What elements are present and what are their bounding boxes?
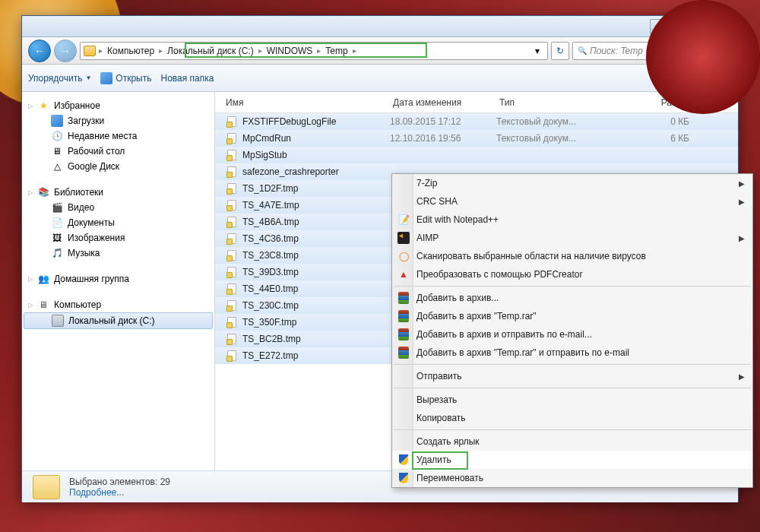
selection-count: Выбрано элементов: 29 (69, 477, 170, 487)
window-controls: ─ ☐ X (650, 19, 735, 34)
file-name: safezone_crashreporter (242, 166, 390, 177)
menu-separator (394, 429, 751, 430)
drive-icon (52, 315, 64, 327)
sidebar-item-recent[interactable]: 🕓Недавние места (22, 128, 214, 144)
minimize-button[interactable]: ─ (650, 19, 677, 34)
organize-button[interactable]: Упорядочить▼ (28, 73, 91, 84)
menu-item[interactable]: Добавить в архив "Temp.rar" и отправить … (392, 344, 752, 362)
menu-item[interactable]: Добавить в архив "Temp.rar" (392, 307, 752, 325)
menu-label: Удалить (416, 454, 451, 465)
sidebar-item-drive-c[interactable]: Локальный диск (C:) (24, 312, 213, 329)
folder-icon (84, 46, 96, 56)
column-size[interactable]: Размер (613, 97, 705, 108)
menu-label: Сканировать выбранные области на наличие… (416, 251, 646, 261)
breadcrumb[interactable]: ▸ Компьютер ▸ Локальный диск (C:) ▸ WIND… (80, 42, 548, 60)
menu-label: Вырезать (416, 394, 457, 405)
preview-pane-button[interactable] (697, 72, 712, 84)
column-date[interactable]: Дата изменения (393, 97, 499, 108)
menu-item[interactable]: Добавить в архив... (392, 289, 752, 307)
menu-item[interactable]: Добавить в архив и отправить по e-mail..… (392, 325, 752, 344)
libraries-header[interactable]: 📚Библиотеки (22, 185, 214, 200)
view-options-button[interactable] (676, 72, 691, 84)
menu-item[interactable]: CRC SHA▶ (392, 192, 752, 211)
file-row[interactable]: MpCmdRun 12.10.2016 19:56 Текстовый доку… (215, 130, 738, 147)
sidebar-item-documents[interactable]: 📄Документы (22, 215, 214, 230)
file-icon (226, 316, 238, 328)
file-icon (226, 249, 238, 261)
file-icon (226, 233, 238, 245)
sidebar-item-images[interactable]: 🖼Изображения (22, 230, 214, 245)
recent-icon: 🕓 (51, 130, 63, 142)
avast-icon: ◯ (397, 249, 410, 263)
file-row[interactable]: FXSTIFFDebugLogFile 18.09.2015 17:12 Тек… (215, 113, 738, 130)
column-name[interactable]: Имя (226, 97, 393, 108)
file-name: TS_E272.tmp (242, 350, 390, 361)
close-button[interactable]: X (708, 19, 735, 34)
file-icon (226, 299, 238, 312)
menu-label: CRC SHA (416, 196, 458, 207)
breadcrumb-dropdown[interactable]: ▾ (530, 46, 544, 56)
details-link[interactable]: Подробнее... (69, 487, 170, 498)
new-folder-button[interactable]: Новая папка (160, 73, 214, 84)
menu-item[interactable]: 📝Edit with Notepad++ (392, 211, 752, 229)
sidebar-item-desktop[interactable]: 🖥Рабочий стол (22, 144, 214, 159)
menu-label: Копировать (416, 413, 466, 423)
breadcrumb-item[interactable]: Temp (321, 46, 352, 56)
help-button[interactable]: ? (718, 71, 732, 85)
menu-label: Добавить в архив... (416, 293, 499, 303)
address-bar: ← → ▸ Компьютер ▸ Локальный диск (C:) ▸ … (22, 37, 738, 65)
file-date: 12.10.2016 19:56 (390, 133, 496, 144)
column-type[interactable]: Тип (499, 97, 613, 108)
file-icon (226, 216, 238, 228)
menu-item[interactable]: ◯Сканировать выбранные области на наличи… (392, 247, 752, 265)
refresh-button[interactable]: ↻ (551, 42, 569, 60)
computer-group: 🖥Компьютер Локальный диск (C:) (22, 297, 214, 329)
sidebar-item-gdrive[interactable]: △Google Диск (22, 159, 214, 174)
open-button[interactable]: Открыть (100, 72, 151, 84)
file-name: TS_350F.tmp (242, 317, 390, 328)
sidebar-item-downloads[interactable]: Загрузки (22, 113, 214, 128)
sidebar-item-music[interactable]: 🎵Музыка (22, 245, 214, 261)
winrar-icon (397, 328, 410, 341)
back-button[interactable]: ← (28, 40, 51, 62)
menu-item[interactable]: Создать ярлык (392, 432, 752, 451)
menu-label: Преобразовать с помощью PDFCreator (416, 269, 582, 280)
maximize-button[interactable]: ☐ (679, 19, 706, 34)
sidebar-item-video[interactable]: 🎬Видео (22, 200, 214, 215)
menu-item[interactable]: ▲Преобразовать с помощью PDFCreator (392, 265, 752, 283)
menu-label: Переименовать (416, 473, 483, 483)
menu-item[interactable]: Отправить▶ (392, 367, 752, 385)
search-input[interactable]: Поиск: Temp (572, 42, 732, 60)
winrar-icon (397, 346, 410, 359)
chevron-right-icon[interactable]: ▸ (353, 46, 356, 55)
menu-separator (394, 388, 751, 388)
file-icon (226, 182, 238, 195)
breadcrumb-item[interactable]: WINDOWS (262, 46, 318, 56)
toolbar: Упорядочить▼ Открыть Новая папка ? (22, 65, 738, 92)
notepad-icon: 📝 (397, 213, 410, 226)
file-size: 6 КБ (610, 133, 701, 144)
file-name: TS_4C36.tmp (242, 233, 390, 244)
menu-item[interactable]: Переименовать (392, 469, 752, 487)
homegroup-header[interactable]: 👥Домашняя группа (22, 271, 214, 287)
breadcrumb-item[interactable]: Компьютер (103, 46, 159, 56)
library-icon: 📚 (37, 186, 49, 198)
menu-item[interactable]: Копировать (392, 409, 752, 427)
computer-header[interactable]: 🖥Компьютер (22, 297, 214, 312)
file-row[interactable]: MpSigStub (215, 147, 738, 163)
menu-item[interactable]: ◄AIMP▶ (392, 229, 752, 247)
menu-item[interactable]: Удалить (392, 451, 752, 469)
breadcrumb-item[interactable]: Локальный диск (C:) (163, 46, 258, 56)
homegroup-group: 👥Домашняя группа (22, 271, 214, 287)
file-type: Текстовый докум... (496, 116, 610, 127)
libraries-group: 📚Библиотеки 🎬Видео 📄Документы 🖼Изображен… (22, 185, 214, 261)
forward-button[interactable]: → (54, 40, 77, 62)
column-headers: Имя Дата изменения Тип Размер (215, 92, 738, 113)
document-icon: 📄 (51, 217, 63, 229)
favorites-header[interactable]: ★Избранное (22, 98, 214, 113)
menu-item[interactable]: 7-Zip▶ (392, 174, 752, 192)
file-date: 18.09.2015 17:12 (390, 116, 496, 127)
file-name: TS_4A7E.tmp (242, 200, 390, 211)
menu-item[interactable]: Вырезать (392, 391, 752, 409)
file-icon (226, 199, 238, 211)
